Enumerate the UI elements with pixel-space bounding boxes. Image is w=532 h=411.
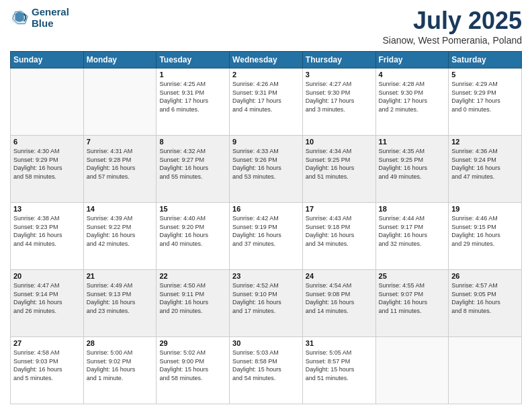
- day-number: 11: [379, 138, 446, 146]
- table-row: [83, 68, 157, 136]
- day-info: Sunrise: 4:32 AM Sunset: 9:27 PM Dayligh…: [159, 147, 226, 181]
- day-number: 21: [87, 272, 154, 280]
- day-info: Sunrise: 4:36 AM Sunset: 9:24 PM Dayligh…: [451, 147, 519, 181]
- table-row: 7Sunrise: 4:31 AM Sunset: 9:28 PM Daylig…: [83, 136, 157, 203]
- day-info: Sunrise: 5:00 AM Sunset: 9:02 PM Dayligh…: [87, 349, 154, 382]
- col-monday: Monday: [83, 52, 157, 68]
- col-friday: Friday: [375, 52, 449, 68]
- table-row: 10Sunrise: 4:34 AM Sunset: 9:25 PM Dayli…: [302, 136, 375, 203]
- day-info: Sunrise: 4:49 AM Sunset: 9:13 PM Dayligh…: [87, 281, 154, 315]
- day-info: Sunrise: 4:26 AM Sunset: 9:31 PM Dayligh…: [232, 80, 300, 113]
- day-info: Sunrise: 5:03 AM Sunset: 8:58 PM Dayligh…: [232, 349, 300, 382]
- day-number: 23: [232, 272, 300, 280]
- day-number: 2: [232, 71, 300, 79]
- page: General Blue July 2025 Sianow, West Pome…: [0, 0, 532, 411]
- day-info: Sunrise: 4:27 AM Sunset: 9:30 PM Dayligh…: [306, 80, 373, 113]
- day-number: 9: [232, 138, 300, 146]
- table-row: 23Sunrise: 4:52 AM Sunset: 9:10 PM Dayli…: [230, 270, 303, 337]
- table-row: 21Sunrise: 4:49 AM Sunset: 9:13 PM Dayli…: [83, 270, 157, 337]
- day-info: Sunrise: 4:34 AM Sunset: 9:25 PM Dayligh…: [306, 147, 373, 181]
- logo: General Blue: [10, 7, 69, 29]
- calendar-week-row: 20Sunrise: 4:47 AM Sunset: 9:14 PM Dayli…: [11, 270, 522, 337]
- table-row: 17Sunrise: 4:43 AM Sunset: 9:18 PM Dayli…: [302, 203, 375, 270]
- day-number: 17: [306, 205, 373, 213]
- table-row: 4Sunrise: 4:28 AM Sunset: 9:30 PM Daylig…: [375, 68, 449, 136]
- table-row: 16Sunrise: 4:42 AM Sunset: 9:19 PM Dayli…: [230, 203, 303, 270]
- calendar-week-row: 6Sunrise: 4:30 AM Sunset: 9:29 PM Daylig…: [11, 136, 522, 203]
- day-info: Sunrise: 4:35 AM Sunset: 9:25 PM Dayligh…: [379, 147, 446, 181]
- calendar-table: Sunday Monday Tuesday Wednesday Thursday…: [10, 51, 522, 404]
- title-block: July 2025 Sianow, West Pomerania, Poland: [382, 7, 522, 46]
- logo-text: General Blue: [32, 7, 69, 29]
- table-row: 2Sunrise: 4:26 AM Sunset: 9:31 PM Daylig…: [230, 68, 303, 136]
- table-row: 18Sunrise: 4:44 AM Sunset: 9:17 PM Dayli…: [375, 203, 449, 270]
- header: General Blue July 2025 Sianow, West Pome…: [10, 7, 522, 46]
- col-thursday: Thursday: [302, 52, 375, 68]
- day-info: Sunrise: 4:25 AM Sunset: 9:31 PM Dayligh…: [159, 80, 226, 113]
- day-number: 25: [379, 272, 446, 280]
- day-number: 26: [451, 272, 519, 280]
- table-row: [449, 337, 522, 404]
- table-row: 19Sunrise: 4:46 AM Sunset: 9:15 PM Dayli…: [449, 203, 522, 270]
- calendar-week-row: 27Sunrise: 4:58 AM Sunset: 9:03 PM Dayli…: [11, 337, 522, 404]
- day-info: Sunrise: 4:33 AM Sunset: 9:26 PM Dayligh…: [232, 147, 300, 181]
- day-number: 3: [306, 71, 373, 79]
- day-info: Sunrise: 4:30 AM Sunset: 9:29 PM Dayligh…: [13, 147, 81, 181]
- day-info: Sunrise: 4:40 AM Sunset: 9:20 PM Dayligh…: [159, 214, 226, 248]
- day-info: Sunrise: 5:02 AM Sunset: 9:00 PM Dayligh…: [159, 349, 226, 382]
- day-number: 28: [87, 339, 154, 347]
- table-row: 9Sunrise: 4:33 AM Sunset: 9:26 PM Daylig…: [230, 136, 303, 203]
- day-number: 31: [306, 339, 373, 347]
- day-info: Sunrise: 4:55 AM Sunset: 9:07 PM Dayligh…: [379, 281, 446, 315]
- table-row: 5Sunrise: 4:29 AM Sunset: 9:29 PM Daylig…: [449, 68, 522, 136]
- day-number: 16: [232, 205, 300, 213]
- table-row: 28Sunrise: 5:00 AM Sunset: 9:02 PM Dayli…: [83, 337, 157, 404]
- logo-line1: General: [32, 7, 69, 18]
- day-info: Sunrise: 4:31 AM Sunset: 9:28 PM Dayligh…: [87, 147, 154, 181]
- logo-icon: [10, 9, 29, 28]
- table-row: 31Sunrise: 5:05 AM Sunset: 8:57 PM Dayli…: [302, 337, 375, 404]
- table-row: 25Sunrise: 4:55 AM Sunset: 9:07 PM Dayli…: [375, 270, 449, 337]
- day-info: Sunrise: 4:52 AM Sunset: 9:10 PM Dayligh…: [232, 281, 300, 315]
- calendar-header-row: Sunday Monday Tuesday Wednesday Thursday…: [11, 52, 522, 68]
- day-number: 12: [451, 138, 519, 146]
- table-row: 1Sunrise: 4:25 AM Sunset: 9:31 PM Daylig…: [157, 68, 230, 136]
- day-number: 6: [13, 138, 81, 146]
- table-row: 12Sunrise: 4:36 AM Sunset: 9:24 PM Dayli…: [449, 136, 522, 203]
- location-subtitle: Sianow, West Pomerania, Poland: [382, 35, 522, 46]
- table-row: 24Sunrise: 4:54 AM Sunset: 9:08 PM Dayli…: [302, 270, 375, 337]
- col-tuesday: Tuesday: [157, 52, 230, 68]
- day-info: Sunrise: 4:46 AM Sunset: 9:15 PM Dayligh…: [451, 214, 519, 248]
- day-number: 24: [306, 272, 373, 280]
- day-number: 18: [379, 205, 446, 213]
- day-number: 20: [13, 272, 81, 280]
- table-row: 8Sunrise: 4:32 AM Sunset: 9:27 PM Daylig…: [157, 136, 230, 203]
- calendar-week-row: 1Sunrise: 4:25 AM Sunset: 9:31 PM Daylig…: [11, 68, 522, 136]
- day-number: 22: [159, 272, 226, 280]
- day-info: Sunrise: 5:05 AM Sunset: 8:57 PM Dayligh…: [306, 349, 373, 382]
- table-row: 20Sunrise: 4:47 AM Sunset: 9:14 PM Dayli…: [11, 270, 84, 337]
- day-number: 27: [13, 339, 81, 347]
- day-info: Sunrise: 4:29 AM Sunset: 9:29 PM Dayligh…: [451, 80, 519, 113]
- calendar-week-row: 13Sunrise: 4:38 AM Sunset: 9:23 PM Dayli…: [11, 203, 522, 270]
- table-row: 3Sunrise: 4:27 AM Sunset: 9:30 PM Daylig…: [302, 68, 375, 136]
- day-info: Sunrise: 4:50 AM Sunset: 9:11 PM Dayligh…: [159, 281, 226, 315]
- month-title: July 2025: [382, 7, 522, 35]
- day-info: Sunrise: 4:58 AM Sunset: 9:03 PM Dayligh…: [13, 349, 81, 382]
- day-number: 29: [159, 339, 226, 347]
- day-number: 8: [159, 138, 226, 146]
- day-number: 1: [159, 71, 226, 79]
- col-sunday: Sunday: [11, 52, 84, 68]
- day-info: Sunrise: 4:38 AM Sunset: 9:23 PM Dayligh…: [13, 214, 81, 248]
- col-wednesday: Wednesday: [230, 52, 303, 68]
- table-row: 27Sunrise: 4:58 AM Sunset: 9:03 PM Dayli…: [11, 337, 84, 404]
- day-info: Sunrise: 4:42 AM Sunset: 9:19 PM Dayligh…: [232, 214, 300, 248]
- day-info: Sunrise: 4:54 AM Sunset: 9:08 PM Dayligh…: [306, 281, 373, 315]
- table-row: 15Sunrise: 4:40 AM Sunset: 9:20 PM Dayli…: [157, 203, 230, 270]
- day-number: 14: [87, 205, 154, 213]
- day-info: Sunrise: 4:28 AM Sunset: 9:30 PM Dayligh…: [379, 80, 446, 113]
- table-row: 11Sunrise: 4:35 AM Sunset: 9:25 PM Dayli…: [375, 136, 449, 203]
- table-row: 26Sunrise: 4:57 AM Sunset: 9:05 PM Dayli…: [449, 270, 522, 337]
- day-number: 10: [306, 138, 373, 146]
- day-number: 13: [13, 205, 81, 213]
